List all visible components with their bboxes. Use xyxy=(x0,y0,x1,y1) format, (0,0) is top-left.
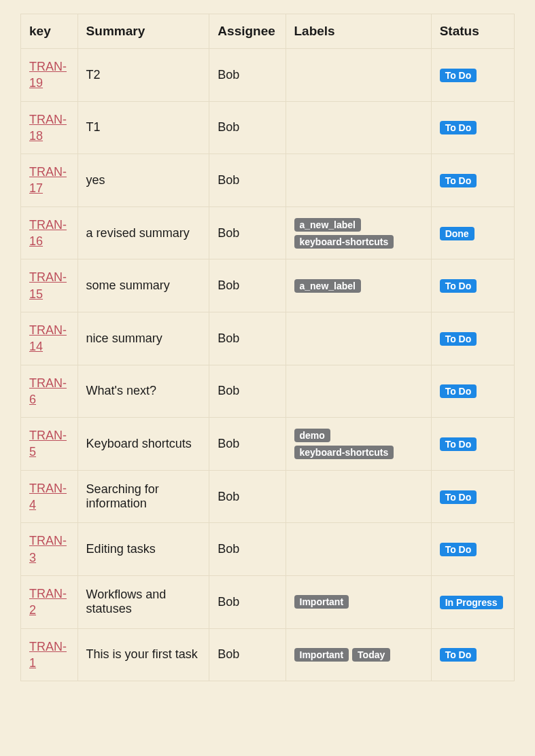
cell-summary: What's next? xyxy=(77,365,209,418)
issue-key-link[interactable]: TRAN-2 xyxy=(29,586,69,619)
column-header-status[interactable]: Status xyxy=(431,14,514,49)
column-header-summary[interactable]: Summary xyxy=(77,14,209,49)
label-badge[interactable]: keyboard-shortcuts xyxy=(294,235,394,249)
cell-summary: yes xyxy=(77,154,209,207)
cell-key: TRAN-19 xyxy=(21,49,78,102)
cell-key: TRAN-3 xyxy=(21,523,78,576)
status-badge[interactable]: To Do xyxy=(440,332,477,346)
cell-summary: some summary xyxy=(77,259,209,312)
issue-key-link[interactable]: TRAN-6 xyxy=(29,375,69,408)
cell-summary: Searching for information xyxy=(77,470,209,523)
status-badge[interactable]: In Progress xyxy=(440,596,503,609)
table-row: TRAN-1This is your first taskBobImportan… xyxy=(21,628,515,681)
cell-key: TRAN-4 xyxy=(21,470,78,523)
table-row: TRAN-6What's next?BobTo Do xyxy=(21,365,515,418)
column-header-key[interactable]: key xyxy=(21,14,78,49)
cell-labels xyxy=(286,154,431,207)
issue-key-link[interactable]: TRAN-15 xyxy=(29,269,69,302)
issue-key-link[interactable]: TRAN-18 xyxy=(29,111,69,145)
cell-labels xyxy=(286,470,431,523)
table-row: TRAN-19T2BobTo Do xyxy=(21,49,515,102)
cell-summary: This is your first task xyxy=(77,628,209,681)
cell-summary: Editing tasks xyxy=(77,523,209,576)
issue-key-link[interactable]: TRAN-4 xyxy=(29,480,69,514)
cell-summary: T1 xyxy=(77,101,209,154)
column-header-labels[interactable]: Labels xyxy=(286,14,431,49)
cell-summary: T2 xyxy=(77,49,209,102)
cell-assignee: Bob xyxy=(209,49,286,102)
column-header-assignee[interactable]: Assignee xyxy=(209,14,286,49)
cell-labels xyxy=(286,365,431,418)
cell-key: TRAN-1 xyxy=(21,628,78,681)
cell-status: To Do xyxy=(431,101,514,154)
label-badge[interactable]: keyboard-shortcuts xyxy=(294,446,394,459)
cell-assignee: Bob xyxy=(209,628,286,681)
table-row: TRAN-4Searching for informationBobTo Do xyxy=(21,470,515,523)
table-row: TRAN-2Workflows and statusesBobImportant… xyxy=(21,575,515,628)
label-badge[interactable]: Important xyxy=(294,648,349,662)
table-row: TRAN-3Editing tasksBobTo Do xyxy=(21,523,515,576)
cell-labels xyxy=(286,101,431,154)
issue-key-link[interactable]: TRAN-16 xyxy=(29,217,69,250)
cell-status: To Do xyxy=(431,418,514,471)
cell-assignee: Bob xyxy=(209,312,286,365)
cell-assignee: Bob xyxy=(209,259,286,312)
cell-status: To Do xyxy=(431,523,514,576)
issue-key-link[interactable]: TRAN-5 xyxy=(29,427,69,461)
cell-summary: nice summary xyxy=(77,312,209,365)
cell-labels xyxy=(286,49,431,102)
cell-key: TRAN-17 xyxy=(21,154,78,207)
cell-status: To Do xyxy=(431,365,514,418)
status-badge[interactable]: To Do xyxy=(440,648,477,662)
cell-status: To Do xyxy=(431,49,514,102)
cell-assignee: Bob xyxy=(209,206,286,259)
issue-key-link[interactable]: TRAN-14 xyxy=(29,322,69,355)
cell-assignee: Bob xyxy=(209,575,286,628)
cell-summary: Keyboard shortcuts xyxy=(77,418,209,471)
label-badge[interactable]: Today xyxy=(352,648,390,662)
cell-labels: a_new_labelkeyboard-shortcuts xyxy=(286,206,431,259)
cell-key: TRAN-6 xyxy=(21,365,78,418)
issue-key-link[interactable]: TRAN-19 xyxy=(29,58,69,92)
table-row: TRAN-16a revised summaryBoba_new_labelke… xyxy=(21,206,515,259)
table-row: TRAN-14nice summaryBobTo Do xyxy=(21,312,515,365)
cell-assignee: Bob xyxy=(209,470,286,523)
cell-assignee: Bob xyxy=(209,418,286,471)
issue-key-link[interactable]: TRAN-3 xyxy=(29,533,69,566)
cell-labels: demokeyboard-shortcuts xyxy=(286,418,431,471)
cell-assignee: Bob xyxy=(209,523,286,576)
label-badge[interactable]: a_new_label xyxy=(294,218,362,232)
label-badge[interactable]: demo xyxy=(294,429,330,442)
cell-status: To Do xyxy=(431,259,514,312)
status-badge[interactable]: To Do xyxy=(440,384,477,398)
issue-key-link[interactable]: TRAN-1 xyxy=(29,638,69,672)
table-row: TRAN-18T1BobTo Do xyxy=(21,101,515,154)
cell-status: To Do xyxy=(431,154,514,207)
table-row: TRAN-5Keyboard shortcutsBobdemokeyboard-… xyxy=(21,418,515,471)
label-badge[interactable]: Important xyxy=(294,595,349,609)
status-badge[interactable]: To Do xyxy=(440,121,477,134)
status-badge[interactable]: To Do xyxy=(440,279,477,293)
status-badge[interactable]: To Do xyxy=(440,69,477,82)
cell-labels: Important xyxy=(286,575,431,628)
issue-key-link[interactable]: TRAN-17 xyxy=(29,164,69,197)
cell-key: TRAN-15 xyxy=(21,259,78,312)
cell-labels: ImportantToday xyxy=(286,628,431,681)
cell-summary: Workflows and statuses xyxy=(77,575,209,628)
cell-status: To Do xyxy=(431,628,514,681)
status-badge[interactable]: To Do xyxy=(440,437,477,451)
label-badge[interactable]: a_new_label xyxy=(294,279,362,293)
cell-status: To Do xyxy=(431,312,514,365)
status-badge[interactable]: To Do xyxy=(440,543,477,556)
status-badge[interactable]: To Do xyxy=(440,490,477,504)
table-header-row: key Summary Assignee Labels Status xyxy=(21,14,515,49)
cell-key: TRAN-16 xyxy=(21,206,78,259)
cell-status: In Progress xyxy=(431,575,514,628)
cell-key: TRAN-14 xyxy=(21,312,78,365)
status-badge[interactable]: To Do xyxy=(440,174,477,187)
table-row: TRAN-15some summaryBoba_new_labelTo Do xyxy=(21,259,515,312)
table-row: TRAN-17yesBobTo Do xyxy=(21,154,515,207)
status-badge[interactable]: Done xyxy=(440,227,474,240)
cell-labels: a_new_label xyxy=(286,259,431,312)
cell-status: Done xyxy=(431,206,514,259)
